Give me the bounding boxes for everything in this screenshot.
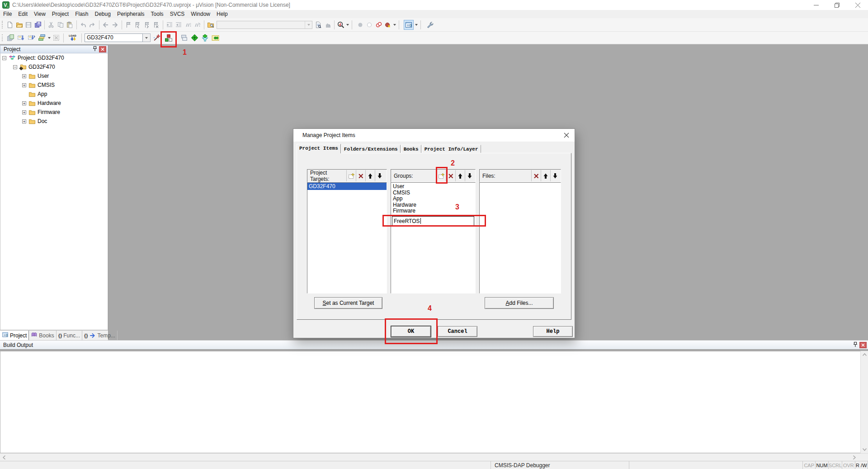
breakpoint-insert-icon[interactable] <box>357 21 364 28</box>
templates-box-icon[interactable] <box>212 34 220 42</box>
menu-tools[interactable]: Tools <box>148 10 167 18</box>
navigate-forward-icon[interactable] <box>111 21 119 28</box>
download-to-flash-icon[interactable]: LOAD <box>67 34 79 42</box>
menu-help[interactable]: Help <box>213 10 231 18</box>
toolbar-grip[interactable] <box>2 21 3 28</box>
component-viewer-icon[interactable] <box>191 34 199 42</box>
redo-icon[interactable] <box>89 21 96 28</box>
find-next-icon[interactable] <box>315 21 322 28</box>
save-icon[interactable] <box>25 21 33 28</box>
delete-button[interactable] <box>446 170 455 181</box>
scroll-down-icon[interactable] <box>861 446 868 453</box>
tree-item-user[interactable]: +User <box>0 71 108 81</box>
bookmark-clear-icon[interactable] <box>152 21 160 28</box>
dialog-tab-books[interactable]: Books <box>401 145 421 153</box>
tree-item-project-gd32f470[interactable]: −Project: GD32F470 <box>0 53 108 62</box>
manage-project-items-icon[interactable] <box>163 34 174 42</box>
group-item-user[interactable]: User <box>391 184 475 190</box>
stop-build-icon[interactable] <box>52 34 61 42</box>
dropdown-icon[interactable] <box>415 21 419 29</box>
cancel-button[interactable]: Cancel <box>438 326 477 337</box>
menu-view[interactable]: View <box>31 10 49 18</box>
cut-icon[interactable] <box>47 21 55 28</box>
new-group-edit[interactable]: FreeRTOS <box>392 216 474 226</box>
rebuild-icon[interactable] <box>28 34 36 42</box>
functions-filter-icon[interactable] <box>201 34 209 42</box>
find-in-files-icon[interactable] <box>207 21 215 28</box>
tree-expander-icon[interactable]: + <box>22 101 26 105</box>
move-down-button[interactable] <box>465 170 474 181</box>
dropdown-icon[interactable] <box>346 21 350 29</box>
comment-selection-icon[interactable] <box>184 21 192 28</box>
breakpoint-kill-icon[interactable] <box>375 21 383 28</box>
copy-icon[interactable] <box>57 21 65 28</box>
tree-expander-icon[interactable]: + <box>22 110 26 114</box>
uncomment-selection-icon[interactable] <box>193 21 201 28</box>
build-output-vscrollbar[interactable] <box>860 351 868 453</box>
scroll-left-icon[interactable] <box>0 454 8 461</box>
dropdown-icon[interactable] <box>393 21 397 29</box>
tree-expander-icon[interactable]: + <box>22 83 26 87</box>
delete-button[interactable] <box>356 170 365 181</box>
dialog-tab-project-info-layer[interactable]: Project Info/Layer <box>422 145 481 153</box>
project-panel-close-icon[interactable] <box>99 46 106 52</box>
menu-edit[interactable]: Edit <box>15 10 31 18</box>
open-folder-icon[interactable] <box>16 21 24 28</box>
translate-icon[interactable] <box>7 34 15 42</box>
start-debug-session-icon[interactable]: d <box>337 21 345 28</box>
scroll-right-icon[interactable] <box>850 454 858 461</box>
new-group-button[interactable] <box>436 170 446 181</box>
group-item-firmware[interactable]: Firmware <box>391 208 475 214</box>
outdent-icon[interactable] <box>175 21 183 28</box>
minimize-button[interactable] <box>806 0 826 10</box>
tree-expander-icon[interactable]: − <box>13 65 17 69</box>
configure-tools-icon[interactable] <box>426 21 434 28</box>
pin-icon[interactable] <box>92 46 98 53</box>
ok-button[interactable]: OK <box>391 326 431 337</box>
options-for-target-wizard-icon[interactable] <box>152 34 160 42</box>
grab-hand-icon[interactable] <box>324 21 332 28</box>
new-file-icon[interactable] <box>6 21 14 28</box>
tree-item-firmware[interactable]: +Firmware <box>0 108 108 117</box>
tree-expander-icon[interactable]: + <box>22 74 26 78</box>
scroll-up-icon[interactable] <box>861 351 868 358</box>
bookmark-next-icon[interactable] <box>143 21 151 28</box>
project-window-toggle-icon[interactable] <box>404 20 414 30</box>
move-up-button[interactable] <box>541 170 550 181</box>
dialog-close-icon[interactable] <box>563 132 570 139</box>
groups-list[interactable]: UserCMSISAppHardwareFirmwareDoc FreeRTOS <box>391 182 476 294</box>
move-down-button[interactable] <box>375 170 384 181</box>
tree-item-gd32f470[interactable]: −GD32F470 <box>0 62 108 71</box>
tree-expander-icon[interactable]: − <box>2 56 6 60</box>
undo-icon[interactable] <box>80 21 87 28</box>
close-button[interactable] <box>847 0 868 10</box>
menu-file[interactable]: File <box>0 10 15 18</box>
menu-peripherals[interactable]: Peripherals <box>114 10 148 18</box>
paste-icon[interactable] <box>66 21 74 28</box>
build-output-close-icon[interactable] <box>859 342 867 348</box>
restore-button[interactable] <box>826 0 847 10</box>
files-list[interactable] <box>479 182 561 294</box>
add-files-button[interactable]: Add Files... <box>485 297 554 309</box>
panel-tab-temp[interactable]: {}Temp... <box>82 331 118 340</box>
help-button[interactable]: Help <box>533 326 573 337</box>
move-up-button[interactable] <box>365 170 375 181</box>
menu-debug[interactable]: Debug <box>92 10 114 18</box>
tree-item-cmsis[interactable]: +CMSIS <box>0 81 108 90</box>
tree-expander-icon[interactable]: + <box>22 119 26 123</box>
set-as-current-target-button[interactable]: Set as Current Target <box>314 297 382 309</box>
panel-tab-books[interactable]: Books <box>29 331 56 340</box>
dialog-tab-folders-extensions[interactable]: Folders/Extensions <box>341 145 401 153</box>
menu-project[interactable]: Project <box>49 10 72 18</box>
group-item-cmsis[interactable]: CMSIS <box>391 190 475 196</box>
navigate-back-icon[interactable] <box>102 21 110 28</box>
build-output-content[interactable] <box>0 351 868 453</box>
group-item-hardware[interactable]: Hardware <box>391 202 475 208</box>
combo-dropdown-icon[interactable] <box>305 21 312 28</box>
move-up-button[interactable] <box>455 170 465 181</box>
build-output-hscrollbar[interactable] <box>0 453 868 461</box>
group-item-app[interactable]: App <box>391 196 475 202</box>
target-select-combo[interactable]: GD32F470 <box>85 33 151 42</box>
breakpoint-enable-icon[interactable] <box>366 21 373 28</box>
bookmark-prev-icon[interactable] <box>134 21 142 28</box>
